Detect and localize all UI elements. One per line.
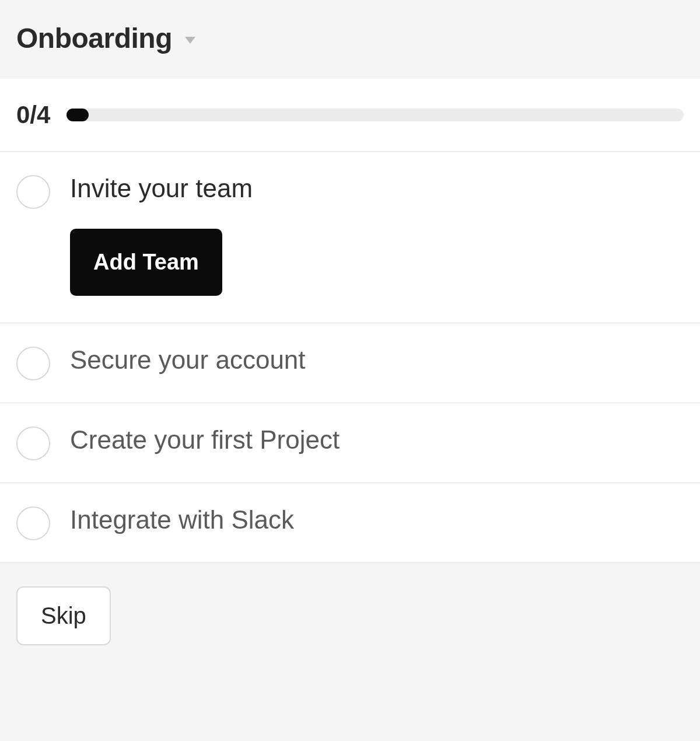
progress-section: 0/4: [0, 79, 700, 152]
progress-count: 0/4: [16, 101, 50, 129]
task-checkbox[interactable]: [16, 427, 50, 460]
skip-button[interactable]: Skip: [16, 586, 111, 645]
page-title: Onboarding: [16, 22, 172, 54]
task-create-project[interactable]: Create your first Project: [0, 403, 700, 483]
task-checkbox[interactable]: [16, 347, 50, 380]
progress-bar: [66, 109, 684, 121]
add-team-button[interactable]: Add Team: [70, 229, 222, 296]
task-title: Create your first Project: [70, 425, 340, 455]
task-title: Integrate with Slack: [70, 505, 294, 534]
task-content: Invite your team Add Team: [70, 174, 253, 296]
task-checkbox[interactable]: [16, 506, 50, 540]
progress-thumb: [66, 109, 89, 121]
footer: Skip: [0, 563, 700, 669]
task-title: Secure your account: [70, 345, 306, 375]
task-checkbox[interactable]: [16, 175, 50, 209]
task-title: Invite your team: [70, 174, 253, 203]
task-integrate-slack[interactable]: Integrate with Slack: [0, 483, 700, 563]
task-secure-account[interactable]: Secure your account: [0, 323, 700, 403]
onboarding-header: Onboarding: [0, 0, 700, 79]
task-content: Create your first Project: [70, 425, 340, 455]
task-content: Secure your account: [70, 345, 306, 375]
chevron-down-icon[interactable]: [185, 37, 195, 44]
task-invite-team[interactable]: Invite your team Add Team: [0, 152, 700, 323]
task-content: Integrate with Slack: [70, 505, 294, 534]
